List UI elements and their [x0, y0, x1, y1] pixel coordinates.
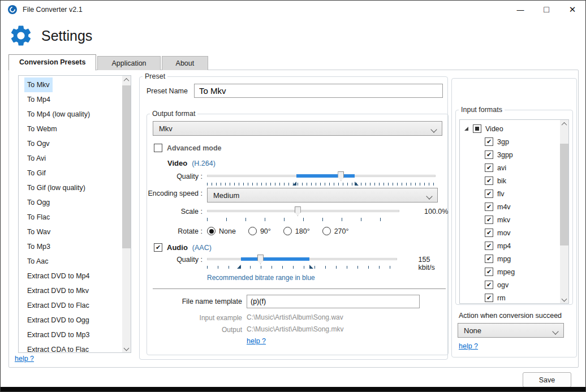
output-format-dropdown[interactable]: Mkv	[153, 121, 442, 136]
preset-list-item[interactable]: Extract CDA to Flac	[24, 342, 92, 353]
minimize-button[interactable]: —	[507, 1, 533, 19]
format-tree-item[interactable]: mov	[460, 226, 568, 239]
scroll-down-icon[interactable]	[122, 344, 131, 352]
format-tree-item[interactable]: ogv	[460, 278, 568, 291]
rotate-none-label: None	[219, 227, 236, 235]
format-label: mov	[497, 229, 511, 237]
output-format-value: Mkv	[159, 124, 173, 133]
action-help-link[interactable]: help ?	[459, 342, 478, 350]
preset-list-item[interactable]: To Webm	[24, 122, 60, 136]
format-tree-item[interactable]: 3gpp	[460, 148, 568, 161]
preset-group-title: Preset	[143, 72, 167, 80]
preset-list-scrollbar[interactable]	[122, 76, 131, 352]
section-divider	[153, 288, 446, 289]
scroll-up-icon[interactable]	[560, 120, 568, 128]
template-help-link[interactable]: help ?	[247, 337, 266, 345]
format-checkbox[interactable]	[485, 281, 493, 289]
slider-track	[207, 210, 399, 212]
video-quality-slider[interactable]	[207, 171, 436, 181]
format-checkbox[interactable]	[485, 216, 493, 224]
rotate-270-radio[interactable]	[322, 227, 331, 235]
format-tree-item[interactable]: mp4	[460, 239, 568, 252]
scroll-down-icon[interactable]	[560, 295, 568, 303]
preset-list-item[interactable]: To Mp3	[24, 239, 53, 254]
rotate-180-label: 180°	[295, 227, 310, 235]
tab-application[interactable]: Application	[97, 56, 160, 70]
preset-list-item[interactable]: To Ogv	[24, 136, 53, 151]
range-start-marker	[237, 265, 241, 269]
format-tree-item[interactable]: mpeg	[460, 265, 568, 278]
format-checkbox[interactable]	[485, 294, 493, 302]
preset-list-item[interactable]: Extract DVD to Mp3	[24, 328, 92, 342]
encoding-speed-dropdown[interactable]: Medium	[207, 188, 438, 203]
format-tree-item[interactable]: mpg	[460, 252, 568, 265]
format-tree-item[interactable]: bik	[460, 174, 568, 187]
video-group-checkbox[interactable]	[473, 124, 481, 133]
format-checkbox[interactable]	[485, 189, 493, 198]
preset-list-item[interactable]: To Mkv	[24, 77, 53, 92]
format-checkbox[interactable]	[485, 268, 493, 276]
scrollbar-thumb[interactable]	[122, 85, 131, 248]
tab-about[interactable]: About	[162, 56, 209, 70]
format-checkbox[interactable]	[485, 203, 493, 211]
format-checkbox[interactable]	[485, 176, 493, 185]
format-tree-root[interactable]: Video	[460, 122, 568, 135]
advanced-mode-checkbox[interactable]	[154, 144, 162, 152]
slider-thumb[interactable]	[338, 171, 344, 181]
rotate-270-label: 270°	[334, 227, 349, 235]
audio-quality-slider[interactable]	[207, 254, 397, 264]
scale-slider[interactable]	[207, 206, 399, 216]
preset-list-item[interactable]: Extract DVD to Ogg	[24, 313, 92, 328]
audio-checkbox[interactable]	[154, 243, 162, 252]
maximize-button[interactable]: □	[533, 1, 559, 19]
tree-scrollbar[interactable]	[560, 120, 568, 303]
format-tree-item[interactable]: rm	[460, 291, 568, 304]
format-checkbox[interactable]	[485, 137, 493, 146]
save-button[interactable]: Save	[523, 372, 571, 387]
preset-list-item[interactable]: To Aac	[24, 254, 51, 269]
preset-group: Preset Preset Name Output format Mkv Adv…	[139, 72, 448, 360]
slider-thumb[interactable]	[295, 206, 301, 216]
format-tree-item[interactable]: m4v	[460, 200, 568, 213]
preset-list-item[interactable]: To Mp4 (low quality)	[24, 107, 93, 122]
preset-list-item[interactable]: To Mp4	[24, 92, 53, 107]
preset-list-item[interactable]: To Gif (low quality)	[24, 180, 88, 195]
close-button[interactable]: ✕	[559, 1, 585, 19]
right-panel: Input formats Video 3gp3gppavibikflvm4vm…	[451, 78, 577, 357]
preset-list-item[interactable]: Extract DVD to Mp4	[24, 269, 92, 283]
expander-icon[interactable]	[464, 127, 468, 131]
tab-conversion-presets[interactable]: Conversion Presets	[8, 54, 96, 71]
format-tree-item[interactable]: avi	[460, 161, 568, 174]
scrollbar-thumb[interactable]	[560, 144, 568, 245]
slider-thumb[interactable]	[257, 255, 264, 264]
action-value: None	[464, 326, 481, 335]
encoding-speed-value: Medium	[213, 191, 239, 200]
format-checkbox[interactable]	[485, 255, 493, 263]
format-checkbox[interactable]	[485, 163, 493, 172]
scroll-up-icon[interactable]	[122, 76, 131, 84]
preset-list-item[interactable]: To Avi	[24, 151, 49, 166]
file-name-template-input[interactable]	[247, 295, 420, 308]
audio-codec-label: (AAC)	[192, 244, 212, 252]
preset-list-item[interactable]: Extract DVD to Mkv	[24, 283, 92, 298]
format-tree-item[interactable]: flv	[460, 187, 568, 200]
rotate-90-radio[interactable]	[248, 227, 257, 235]
preset-list-item[interactable]: To Ogg	[24, 195, 53, 210]
format-tree-item[interactable]: 3gp	[460, 135, 568, 148]
presets-help-link[interactable]: help ?	[15, 355, 34, 363]
preset-list-item[interactable]: To Wav	[24, 225, 53, 239]
format-checkbox[interactable]	[485, 242, 493, 250]
action-dropdown[interactable]: None	[458, 323, 564, 338]
rotate-none-radio[interactable]	[207, 227, 216, 235]
preset-list-item[interactable]: Extract DVD to Flac	[24, 298, 92, 313]
preset-list-item[interactable]: To Gif	[24, 166, 49, 180]
format-checkbox[interactable]	[485, 229, 493, 237]
preset-name-input[interactable]	[194, 84, 443, 98]
preset-list-item[interactable]: To Flac	[24, 210, 53, 225]
format-tree-item[interactable]: mkv	[460, 213, 568, 226]
preset-listbox: To MkvTo Mp4To Mp4 (low quality)To WebmT…	[18, 75, 131, 353]
format-checkbox[interactable]	[485, 150, 493, 159]
scale-label: Scale :	[147, 206, 207, 216]
rotate-180-radio[interactable]	[283, 227, 292, 235]
scale-ticks	[207, 218, 399, 221]
